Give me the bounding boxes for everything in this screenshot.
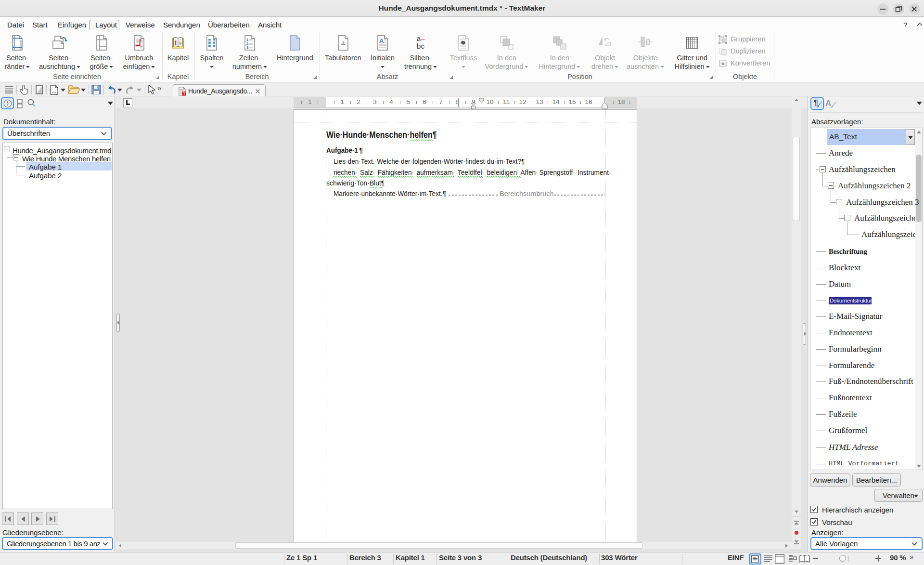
svg-text:1: 1 [174,39,178,47]
svg-text:A: A [379,37,384,44]
svg-text:3: 3 [246,45,249,50]
svg-text:T: T [183,92,185,96]
